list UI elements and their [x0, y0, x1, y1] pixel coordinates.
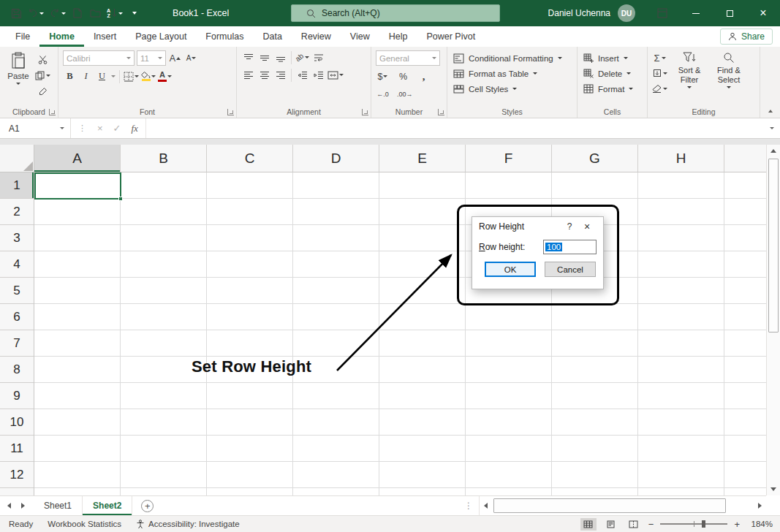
scroll-left-button[interactable]	[480, 496, 492, 515]
ok-button[interactable]: OK	[485, 262, 536, 277]
alignment-dialog-launcher[interactable]	[362, 109, 368, 115]
number-dialog-launcher[interactable]	[438, 109, 444, 115]
decrease-indent-button[interactable]	[295, 68, 309, 82]
dialog-close-button[interactable]: ×	[578, 221, 597, 232]
increase-font-size-button[interactable]: A	[168, 51, 182, 65]
name-box[interactable]: A1	[0, 118, 70, 138]
column-header-d[interactable]: D	[293, 145, 379, 172]
previous-sheet-button[interactable]	[7, 503, 11, 509]
horizontal-scrollbar[interactable]	[479, 496, 766, 515]
insert-function-button[interactable]: fx	[132, 123, 138, 134]
find-select-button[interactable]: Find & Select	[711, 50, 746, 95]
horizontal-scroll-thumb[interactable]	[493, 498, 726, 513]
page-break-preview-button[interactable]	[626, 518, 642, 531]
next-sheet-button[interactable]	[21, 503, 25, 509]
row-height-input[interactable]: 100	[543, 240, 597, 254]
align-middle-button[interactable]	[257, 50, 271, 64]
font-size-combo[interactable]: 11	[137, 50, 166, 66]
wrap-text-button[interactable]	[311, 50, 325, 64]
fill-handle[interactable]	[118, 197, 123, 201]
number-format-combo[interactable]: General	[376, 50, 440, 66]
copy-button[interactable]	[35, 69, 50, 82]
bold-button[interactable]: B	[63, 69, 77, 83]
zoom-level[interactable]: 184%	[746, 520, 773, 528]
align-center-button[interactable]	[257, 68, 271, 82]
scroll-down-button[interactable]	[767, 483, 780, 495]
paste-button[interactable]: Paste	[4, 50, 32, 98]
tab-splitter-handle[interactable]: ⋮	[464, 496, 479, 515]
cancel-button[interactable]: Cancel	[545, 262, 596, 277]
borders-button[interactable]	[124, 69, 139, 83]
accounting-format-button[interactable]: $	[376, 69, 390, 83]
font-name-combo[interactable]: Calibri	[63, 50, 135, 66]
search-box[interactable]: Search (Alt+Q)	[291, 4, 500, 22]
column-header-e[interactable]: E	[379, 145, 466, 172]
fill-color-button[interactable]	[141, 69, 156, 83]
row-header-2[interactable]: 2	[0, 199, 34, 225]
open-button[interactable]	[86, 2, 104, 24]
row-header-11[interactable]: 11	[0, 436, 34, 462]
delete-cells-button[interactable]: Delete	[582, 66, 644, 81]
undo-button[interactable]	[25, 2, 47, 24]
row-header-8[interactable]: 8	[0, 357, 34, 383]
selected-cell-a1[interactable]	[34, 172, 121, 200]
tab-data[interactable]: Data	[253, 26, 291, 47]
ribbon-display-options-button[interactable]	[645, 0, 679, 26]
avatar[interactable]: DU	[618, 4, 635, 22]
collapse-ribbon-button[interactable]	[768, 104, 773, 115]
column-header-f[interactable]: F	[466, 145, 552, 172]
row-header-1[interactable]: 1	[0, 172, 34, 199]
sort-filter-button[interactable]: Sort & Filter	[672, 50, 707, 95]
tab-power-pivot[interactable]: Power Pivot	[417, 26, 485, 47]
insert-cells-button[interactable]: Insert	[582, 50, 644, 66]
conditional-formatting-button[interactable]: Conditional Formatting	[452, 50, 574, 66]
tab-insert[interactable]: Insert	[84, 26, 126, 47]
drag-handle-icon[interactable]: ⋮	[78, 123, 87, 133]
column-header-b[interactable]: B	[121, 145, 207, 172]
cell-styles-button[interactable]: Cell Styles	[452, 81, 574, 96]
tab-review[interactable]: Review	[292, 26, 341, 47]
column-header-h[interactable]: H	[638, 145, 724, 172]
zoom-out-button[interactable]: −	[648, 519, 654, 530]
accessibility-checker-button[interactable]: Accessibility: Investigate	[136, 520, 240, 529]
tab-page-layout[interactable]: Page Layout	[126, 26, 196, 47]
worksheet-cells[interactable]	[34, 172, 766, 495]
sheet-tab-sheet2[interactable]: Sheet2	[83, 496, 132, 515]
zoom-slider[interactable]	[660, 523, 727, 525]
clipboard-dialog-launcher[interactable]	[49, 109, 56, 115]
vertical-scrollbar[interactable]	[766, 145, 780, 495]
minimize-button[interactable]	[679, 0, 713, 26]
row-header-6[interactable]: 6	[0, 304, 34, 330]
clear-button[interactable]	[652, 82, 667, 95]
dialog-help-button[interactable]: ?	[561, 221, 578, 232]
select-all-corner[interactable]	[0, 145, 34, 172]
underline-button[interactable]: U	[95, 69, 109, 83]
font-dialog-launcher[interactable]	[227, 109, 234, 115]
user-name[interactable]: Daniel Uchenna	[548, 8, 610, 18]
decrease-font-size-button[interactable]: A	[184, 51, 198, 65]
scroll-right-button[interactable]	[754, 496, 766, 515]
increase-indent-button[interactable]	[311, 68, 325, 82]
tab-home[interactable]: Home	[39, 26, 84, 47]
format-cells-button[interactable]: Format	[582, 81, 644, 96]
tab-file[interactable]: File	[6, 26, 39, 47]
align-right-button[interactable]	[273, 68, 287, 82]
share-button[interactable]: Share	[720, 28, 773, 45]
font-color-button[interactable]: A	[158, 69, 172, 83]
column-header-g[interactable]: G	[552, 145, 638, 172]
row-header-7[interactable]: 7	[0, 330, 34, 357]
close-button[interactable]: ×	[746, 0, 780, 26]
align-top-button[interactable]	[241, 50, 255, 64]
merge-center-button[interactable]	[327, 68, 344, 82]
workbook-statistics-button[interactable]: Workbook Statistics	[48, 520, 121, 528]
zoom-in-button[interactable]: +	[734, 519, 740, 530]
align-left-button[interactable]	[241, 68, 255, 82]
row-header-9[interactable]: 9	[0, 383, 34, 409]
cancel-entry-button[interactable]: ×	[97, 123, 103, 134]
increase-decimal-button[interactable]: ←.0	[376, 87, 390, 101]
percent-style-button[interactable]: %	[396, 69, 410, 83]
save-button[interactable]	[7, 2, 25, 24]
row-header-10[interactable]: 10	[0, 409, 34, 436]
sheet-tab-sheet1[interactable]: Sheet1	[34, 496, 83, 515]
sort-button[interactable]: AZ	[104, 2, 126, 24]
